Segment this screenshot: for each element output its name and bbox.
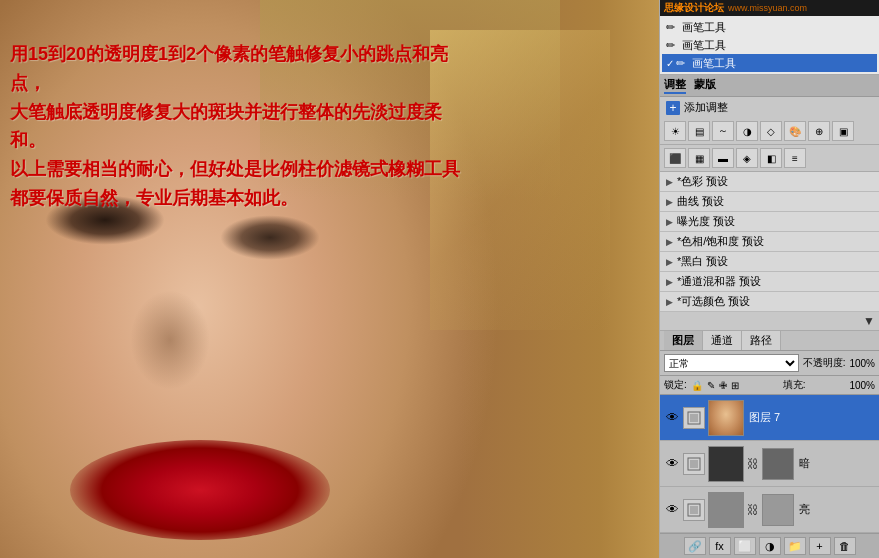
tool-brush-3[interactable]: ✓ ✏ 画笔工具 (662, 54, 877, 72)
gradient-map-icon[interactable]: ▬ (712, 148, 734, 168)
new-adj-layer-button[interactable]: ◑ (759, 537, 781, 555)
overlay-text: 用15到20的透明度1到2个像素的笔触修复小的跳点和亮点， 大笔触底透明度修复大… (10, 40, 470, 213)
adjustment-icon-row-2: ⬛ ▦ ▬ ◈ ◧ ≡ (660, 145, 879, 172)
eye-icon-1[interactable]: 👁 (664, 410, 680, 426)
new-layer-button[interactable]: + (809, 537, 831, 555)
scroll-area: ▼ (660, 312, 879, 331)
pencil-icon-3: ✏ (676, 57, 688, 69)
link-layers-button[interactable]: 🔗 (684, 537, 706, 555)
tab-paths[interactable]: 路径 (742, 331, 781, 350)
adj-tab-mask[interactable]: 蒙版 (694, 77, 716, 94)
check-icon: ✓ (666, 58, 674, 69)
layer-type-normal-3 (683, 499, 705, 521)
logo-url: www.missyuan.com (728, 3, 807, 13)
lock-row: 锁定: 🔒 ✎ ✙ ⊞ 填充: 100% (660, 376, 879, 395)
svg-rect-1 (690, 414, 698, 422)
opacity-value: 100% (849, 358, 875, 369)
threshold-icon[interactable]: ◧ (760, 148, 782, 168)
arrow-icon-7: ▶ (666, 297, 673, 307)
arrow-icon-6: ▶ (666, 277, 673, 287)
preset-list: ▶ *色彩 预设 ▶ 曲线 预设 ▶ 曝光度 预设 ▶ *色相/饱和度 预设 ▶… (660, 172, 879, 312)
layer-item-dark[interactable]: 👁 ⛓ 暗 (660, 441, 879, 487)
tab-layers[interactable]: 图层 (664, 331, 703, 350)
preset-channelmixer[interactable]: ▶ *通道混和器 预设 (660, 272, 879, 292)
pencil-icon-1: ✏ (666, 21, 678, 33)
main-photo: 用15到20的透明度1到2个像素的笔触修复小的跳点和亮点， 大笔触底透明度修复大… (0, 0, 660, 558)
curves-icon[interactable]: ～ (712, 121, 734, 141)
exposure-icon[interactable]: ◑ (736, 121, 758, 141)
bw-icon[interactable]: ▣ (832, 121, 854, 141)
arrow-icon-1: ▶ (666, 177, 673, 187)
preset-curves[interactable]: ▶ 曲线 预设 (660, 192, 879, 212)
add-adjustment-row: + 添加调整 (660, 97, 879, 118)
overlay-line1: 用15到20的透明度1到2个像素的笔触修复小的跳点和亮点， (10, 40, 470, 98)
lock-transparent-icon[interactable]: 🔒 (691, 380, 703, 391)
preset-selectivecolor[interactable]: ▶ *可选颜色 预设 (660, 292, 879, 312)
logo-text: 思缘设计论坛 (664, 1, 724, 15)
arrow-icon-2: ▶ (666, 197, 673, 207)
fill-value: 100% (849, 380, 875, 391)
chain-icon-1: ⛓ (747, 457, 759, 471)
layer-type-normal-2 (683, 453, 705, 475)
arrow-icon-5: ▶ (666, 257, 673, 267)
hue-sat-icon[interactable]: 🎨 (784, 121, 806, 141)
add-adjustment-label: 添加调整 (684, 100, 728, 115)
preset-color[interactable]: ▶ *色彩 预设 (660, 172, 879, 192)
layer-name-2: 暗 (799, 456, 810, 471)
preset-exposure[interactable]: ▶ 曝光度 预设 (660, 212, 879, 232)
layer-thumb-2 (708, 446, 744, 482)
eye-icon-2[interactable]: 👁 (664, 456, 680, 472)
adjustment-icon-row-1: ☀ ▤ ～ ◑ ◇ 🎨 ⊕ ▣ (660, 118, 879, 145)
svg-rect-5 (690, 506, 698, 514)
overlay-line2: 大笔触底透明度修复大的斑块并进行整体的先淡过度柔和。 (10, 98, 470, 156)
arrow-icon-3: ▶ (666, 217, 673, 227)
overlay-line4: 都要保质自然，专业后期基本如此。 (10, 184, 470, 213)
brightness-icon[interactable]: ☀ (664, 121, 686, 141)
colorbalance-icon[interactable]: ⊕ (808, 121, 830, 141)
preset-huesat[interactable]: ▶ *色相/饱和度 预设 (660, 232, 879, 252)
scroll-down-icon[interactable]: ▼ (863, 314, 875, 328)
svg-rect-3 (690, 460, 698, 468)
posterize-icon[interactable]: ≡ (784, 148, 806, 168)
blend-mode-select[interactable]: 正常 (664, 354, 799, 372)
layer-item-7[interactable]: 👁 图层 7 (660, 395, 879, 441)
levels-icon[interactable]: ▤ (688, 121, 710, 141)
tab-channels[interactable]: 通道 (703, 331, 742, 350)
layer-name-3: 亮 (799, 502, 810, 517)
eye-icon-3[interactable]: 👁 (664, 502, 680, 518)
new-group-button[interactable]: 📁 (784, 537, 806, 555)
top-bar: 思缘设计论坛 www.missyuan.com (660, 0, 879, 16)
lock-position-icon[interactable]: ✙ (719, 380, 727, 391)
chain-icon-2: ⛓ (747, 503, 759, 517)
add-style-button[interactable]: fx (709, 537, 731, 555)
fill-label: 填充: (783, 378, 806, 392)
vibrance-icon[interactable]: ◇ (760, 121, 782, 141)
lock-label: 锁定: (664, 378, 687, 392)
photo-filter-icon[interactable]: ⬛ (664, 148, 686, 168)
layers-bottom-toolbar: 🔗 fx ⬜ ◑ 📁 + 🗑 (660, 533, 879, 558)
layer-type-normal-1 (683, 407, 705, 429)
channel-mixer-icon[interactable]: ▦ (688, 148, 710, 168)
opacity-label: 不透明度: (803, 356, 846, 370)
adjustments-header: 调整 蒙版 (660, 75, 879, 97)
add-adjustment-button[interactable]: + (666, 101, 680, 115)
right-panel: 思缘设计论坛 www.missyuan.com ✏ 画笔工具 ✏ 画笔工具 ✓ … (659, 0, 879, 558)
layer-thumb-3 (708, 492, 744, 528)
selective-color-icon[interactable]: ◈ (736, 148, 758, 168)
layer-controls: 正常 不透明度: 100% (660, 351, 879, 376)
lock-all-icon[interactable]: ⊞ (731, 380, 739, 391)
lips (70, 440, 330, 540)
delete-layer-button[interactable]: 🗑 (834, 537, 856, 555)
adj-tab-adjustments[interactable]: 调整 (664, 77, 686, 94)
tool-brush-2[interactable]: ✏ 画笔工具 (662, 36, 877, 54)
lock-pixel-icon[interactable]: ✎ (707, 380, 715, 391)
layer-thumb-mask-2 (762, 448, 794, 480)
tool-brush-1[interactable]: ✏ 画笔工具 (662, 18, 877, 36)
layer-item-light[interactable]: 👁 ⛓ 亮 (660, 487, 879, 533)
tool-dropdown: ✏ 画笔工具 ✏ 画笔工具 ✓ ✏ 画笔工具 (660, 16, 879, 75)
add-mask-button[interactable]: ⬜ (734, 537, 756, 555)
layer-name-1: 图层 7 (749, 410, 780, 425)
preset-bw[interactable]: ▶ *黑白 预设 (660, 252, 879, 272)
pencil-icon-2: ✏ (666, 39, 678, 51)
right-eye (220, 215, 320, 260)
